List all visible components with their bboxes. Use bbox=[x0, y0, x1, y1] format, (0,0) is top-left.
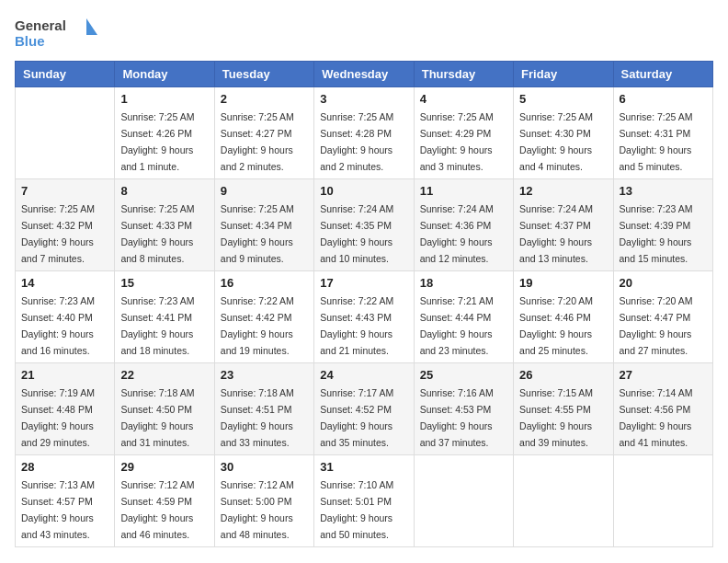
day-detail: Sunrise: 7:23 AMSunset: 4:40 PMDaylight:… bbox=[21, 295, 95, 356]
calendar-table: SundayMondayTuesdayWednesdayThursdayFrid… bbox=[15, 61, 713, 547]
day-detail: Sunrise: 7:15 AMSunset: 4:55 PMDaylight:… bbox=[519, 387, 593, 448]
calendar-cell: 14 Sunrise: 7:23 AMSunset: 4:40 PMDaylig… bbox=[16, 271, 115, 363]
day-detail: Sunrise: 7:25 AMSunset: 4:34 PMDaylight:… bbox=[221, 203, 294, 264]
day-detail: Sunrise: 7:25 AMSunset: 4:33 PMDaylight:… bbox=[120, 203, 194, 264]
calendar-cell: 7 Sunrise: 7:25 AMSunset: 4:32 PMDayligh… bbox=[16, 179, 115, 271]
calendar-cell: 4 Sunrise: 7:25 AMSunset: 4:29 PMDayligh… bbox=[414, 87, 513, 179]
page-header: General Blue bbox=[15, 15, 713, 52]
calendar-cell: 15 Sunrise: 7:23 AMSunset: 4:41 PMDaylig… bbox=[115, 271, 214, 363]
calendar-cell: 16 Sunrise: 7:22 AMSunset: 4:42 PMDaylig… bbox=[214, 271, 313, 363]
day-detail: Sunrise: 7:14 AMSunset: 4:56 PMDaylight:… bbox=[620, 387, 693, 448]
day-detail: Sunrise: 7:22 AMSunset: 4:43 PMDaylight:… bbox=[320, 295, 393, 356]
calendar-cell: 9 Sunrise: 7:25 AMSunset: 4:34 PMDayligh… bbox=[214, 179, 313, 271]
calendar-cell: 25 Sunrise: 7:16 AMSunset: 4:53 PMDaylig… bbox=[414, 363, 513, 455]
calendar-cell: 31 Sunrise: 7:10 AMSunset: 5:01 PMDaylig… bbox=[314, 455, 414, 547]
day-number: 20 bbox=[620, 276, 707, 290]
day-number: 31 bbox=[320, 460, 407, 474]
calendar-cell: 2 Sunrise: 7:25 AMSunset: 4:27 PMDayligh… bbox=[214, 87, 313, 179]
day-number: 28 bbox=[21, 460, 108, 474]
calendar-cell bbox=[514, 455, 613, 547]
day-number: 25 bbox=[420, 368, 507, 382]
svg-text:General: General bbox=[15, 17, 66, 33]
day-number: 8 bbox=[120, 184, 208, 198]
calendar-cell: 23 Sunrise: 7:18 AMSunset: 4:51 PMDaylig… bbox=[214, 363, 313, 455]
calendar-cell: 3 Sunrise: 7:25 AMSunset: 4:28 PMDayligh… bbox=[314, 87, 414, 179]
day-detail: Sunrise: 7:13 AMSunset: 4:57 PMDaylight:… bbox=[21, 479, 95, 540]
day-number: 5 bbox=[519, 92, 607, 106]
day-number: 6 bbox=[620, 92, 707, 106]
day-number: 26 bbox=[519, 368, 607, 382]
calendar-cell: 27 Sunrise: 7:14 AMSunset: 4:56 PMDaylig… bbox=[613, 363, 712, 455]
day-number: 10 bbox=[320, 184, 407, 198]
calendar-week-row: 28 Sunrise: 7:13 AMSunset: 4:57 PMDaylig… bbox=[16, 455, 713, 547]
calendar-cell: 13 Sunrise: 7:23 AMSunset: 4:39 PMDaylig… bbox=[613, 179, 712, 271]
day-detail: Sunrise: 7:25 AMSunset: 4:28 PMDaylight:… bbox=[320, 111, 393, 172]
day-number: 2 bbox=[221, 92, 308, 106]
day-number: 11 bbox=[420, 184, 507, 198]
day-number: 27 bbox=[620, 368, 707, 382]
day-detail: Sunrise: 7:17 AMSunset: 4:52 PMDaylight:… bbox=[320, 387, 393, 448]
day-detail: Sunrise: 7:25 AMSunset: 4:26 PMDaylight:… bbox=[120, 111, 194, 172]
calendar-cell: 29 Sunrise: 7:12 AMSunset: 4:59 PMDaylig… bbox=[115, 455, 214, 547]
day-number: 29 bbox=[120, 460, 208, 474]
weekday-header-sunday: Sunday bbox=[16, 62, 115, 87]
weekday-header-monday: Monday bbox=[115, 62, 214, 87]
weekday-header-saturday: Saturday bbox=[613, 62, 712, 87]
weekday-header-wednesday: Wednesday bbox=[314, 62, 414, 87]
svg-marker-2 bbox=[86, 18, 97, 35]
day-detail: Sunrise: 7:20 AMSunset: 4:46 PMDaylight:… bbox=[519, 295, 593, 356]
day-number: 16 bbox=[221, 276, 308, 290]
day-number: 4 bbox=[420, 92, 507, 106]
calendar-week-row: 14 Sunrise: 7:23 AMSunset: 4:40 PMDaylig… bbox=[16, 271, 713, 363]
day-detail: Sunrise: 7:24 AMSunset: 4:35 PMDaylight:… bbox=[320, 203, 393, 264]
calendar-cell: 12 Sunrise: 7:24 AMSunset: 4:37 PMDaylig… bbox=[514, 179, 613, 271]
calendar-cell: 6 Sunrise: 7:25 AMSunset: 4:31 PMDayligh… bbox=[613, 87, 712, 179]
day-number: 15 bbox=[120, 276, 208, 290]
calendar-cell: 10 Sunrise: 7:24 AMSunset: 4:35 PMDaylig… bbox=[314, 179, 414, 271]
day-detail: Sunrise: 7:18 AMSunset: 4:50 PMDaylight:… bbox=[120, 387, 194, 448]
calendar-cell: 21 Sunrise: 7:19 AMSunset: 4:48 PMDaylig… bbox=[16, 363, 115, 455]
calendar-cell: 11 Sunrise: 7:24 AMSunset: 4:36 PMDaylig… bbox=[414, 179, 513, 271]
day-detail: Sunrise: 7:23 AMSunset: 4:39 PMDaylight:… bbox=[620, 203, 693, 264]
day-number: 1 bbox=[120, 92, 208, 106]
calendar-cell: 30 Sunrise: 7:12 AMSunset: 5:00 PMDaylig… bbox=[214, 455, 313, 547]
day-number: 13 bbox=[620, 184, 707, 198]
calendar-week-row: 7 Sunrise: 7:25 AMSunset: 4:32 PMDayligh… bbox=[16, 179, 713, 271]
day-number: 22 bbox=[120, 368, 208, 382]
weekday-header-row: SundayMondayTuesdayWednesdayThursdayFrid… bbox=[16, 62, 713, 87]
day-detail: Sunrise: 7:22 AMSunset: 4:42 PMDaylight:… bbox=[221, 295, 294, 356]
day-detail: Sunrise: 7:19 AMSunset: 4:48 PMDaylight:… bbox=[21, 387, 95, 448]
day-detail: Sunrise: 7:23 AMSunset: 4:41 PMDaylight:… bbox=[120, 295, 194, 356]
day-number: 18 bbox=[420, 276, 507, 290]
svg-text:Blue: Blue bbox=[15, 33, 45, 49]
day-detail: Sunrise: 7:12 AMSunset: 5:00 PMDaylight:… bbox=[221, 479, 294, 540]
calendar-cell bbox=[16, 87, 115, 179]
calendar-cell: 28 Sunrise: 7:13 AMSunset: 4:57 PMDaylig… bbox=[16, 455, 115, 547]
calendar-cell bbox=[613, 455, 712, 547]
calendar-cell: 26 Sunrise: 7:15 AMSunset: 4:55 PMDaylig… bbox=[514, 363, 613, 455]
calendar-cell: 20 Sunrise: 7:20 AMSunset: 4:47 PMDaylig… bbox=[613, 271, 712, 363]
calendar-cell: 19 Sunrise: 7:20 AMSunset: 4:46 PMDaylig… bbox=[514, 271, 613, 363]
day-detail: Sunrise: 7:25 AMSunset: 4:31 PMDaylight:… bbox=[620, 111, 693, 172]
day-detail: Sunrise: 7:24 AMSunset: 4:37 PMDaylight:… bbox=[519, 203, 593, 264]
calendar-cell: 1 Sunrise: 7:25 AMSunset: 4:26 PMDayligh… bbox=[115, 87, 214, 179]
day-detail: Sunrise: 7:16 AMSunset: 4:53 PMDaylight:… bbox=[420, 387, 494, 448]
day-number: 7 bbox=[21, 184, 108, 198]
day-number: 19 bbox=[519, 276, 607, 290]
day-number: 12 bbox=[519, 184, 607, 198]
day-detail: Sunrise: 7:25 AMSunset: 4:29 PMDaylight:… bbox=[420, 111, 494, 172]
day-number: 21 bbox=[21, 368, 108, 382]
day-detail: Sunrise: 7:25 AMSunset: 4:27 PMDaylight:… bbox=[221, 111, 294, 172]
calendar-cell: 24 Sunrise: 7:17 AMSunset: 4:52 PMDaylig… bbox=[314, 363, 414, 455]
day-detail: Sunrise: 7:25 AMSunset: 4:32 PMDaylight:… bbox=[21, 203, 95, 264]
weekday-header-thursday: Thursday bbox=[414, 62, 513, 87]
day-number: 23 bbox=[221, 368, 308, 382]
calendar-cell bbox=[414, 455, 513, 547]
calendar-cell: 22 Sunrise: 7:18 AMSunset: 4:50 PMDaylig… bbox=[115, 363, 214, 455]
weekday-header-friday: Friday bbox=[514, 62, 613, 87]
day-detail: Sunrise: 7:18 AMSunset: 4:51 PMDaylight:… bbox=[221, 387, 294, 448]
day-detail: Sunrise: 7:10 AMSunset: 5:01 PMDaylight:… bbox=[320, 479, 393, 540]
day-number: 9 bbox=[221, 184, 308, 198]
calendar-cell: 18 Sunrise: 7:21 AMSunset: 4:44 PMDaylig… bbox=[414, 271, 513, 363]
day-detail: Sunrise: 7:25 AMSunset: 4:30 PMDaylight:… bbox=[519, 111, 593, 172]
